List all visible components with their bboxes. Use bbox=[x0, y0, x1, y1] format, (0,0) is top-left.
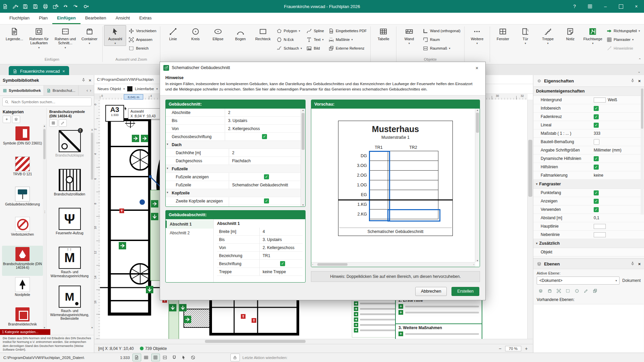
tabelle-button[interactable]: Tabelle bbox=[372, 25, 394, 42]
layer-list[interactable] bbox=[534, 304, 644, 353]
preview-horizontal-scrollbar[interactable]: ‹› bbox=[311, 262, 475, 267]
tab-scroll-right-icon[interactable]: › bbox=[90, 88, 91, 93]
minimize-button[interactable]: – bbox=[598, 0, 613, 13]
preview-cell-tr1[interactable] bbox=[369, 209, 388, 219]
building-property-row[interactable]: Fußzeile Schematischer Gebäudeschnitt bbox=[166, 181, 301, 189]
wand-button[interactable]: Wand▾ bbox=[398, 25, 420, 46]
preview-cell-tr1[interactable] bbox=[369, 170, 388, 180]
category-item[interactable]: Symbole (DIN ISO 23601) bbox=[2, 125, 43, 155]
property-value[interactable]: Schematischer Gebäudeschnitt bbox=[232, 183, 288, 187]
close-panel-icon[interactable]: × bbox=[638, 78, 641, 83]
preview-cell-tr2[interactable] bbox=[388, 199, 438, 209]
property-row[interactable]: Lineal ✓ bbox=[533, 121, 644, 129]
property-value[interactable]: keine bbox=[594, 173, 603, 178]
property-row[interactable]: Fadenkreuz ✓ bbox=[533, 113, 644, 121]
checkbox-checked[interactable]: ✓ bbox=[280, 261, 285, 266]
preview-cell-tr1[interactable] bbox=[369, 180, 388, 190]
tuer-button[interactable]: Tür▾ bbox=[514, 25, 536, 46]
page-icon[interactable] bbox=[132, 354, 141, 361]
preview-cell-tr2[interactable] bbox=[388, 190, 438, 200]
statusbar-scale[interactable]: 1:333 bbox=[120, 356, 130, 360]
snap-grid-icon[interactable] bbox=[161, 354, 169, 361]
neck-button[interactable]: N-Eck bbox=[274, 35, 304, 44]
schlauch-button[interactable]: Schlauch▾ bbox=[274, 44, 304, 53]
checkbox-checked[interactable]: ✓ bbox=[264, 174, 269, 179]
building-box-scrollbar[interactable]: ▲▼ bbox=[301, 109, 305, 206]
category-item[interactable]: TRVB O 121 bbox=[2, 155, 43, 185]
property-row[interactable]: Hintergrund Weiß bbox=[533, 96, 644, 104]
category-item[interactable]: Brandmeldetechnik bbox=[2, 306, 43, 329]
save-icon[interactable] bbox=[20, 2, 30, 11]
preview-page[interactable]: Musterhaus Musterstraße 1 TR1 TR2 bbox=[338, 121, 453, 236]
property-row[interactable]: Hilfslinien ✓ bbox=[533, 163, 644, 171]
property-row[interactable]: Anzeigen ✓ bbox=[533, 197, 644, 205]
property-row[interactable]: Maßstab ( 1 : ... ) 333 bbox=[533, 129, 644, 138]
ellipse-button[interactable]: Ellipse bbox=[207, 25, 229, 42]
undo-icon[interactable]: ↶▾ bbox=[61, 2, 70, 11]
checkbox-checked[interactable]: ✓ bbox=[264, 198, 269, 203]
color-swatch[interactable] bbox=[594, 98, 606, 103]
preview-cell-tr1[interactable] bbox=[369, 161, 388, 171]
property-value[interactable]: 2 bbox=[232, 150, 234, 155]
close-panel-icon[interactable]: × bbox=[638, 261, 641, 266]
search-input[interactable] bbox=[11, 100, 89, 104]
checkbox-checked[interactable]: ✓ bbox=[594, 199, 599, 204]
visibility-icon[interactable] bbox=[573, 287, 581, 295]
checkbox-checked[interactable]: ✓ bbox=[594, 165, 599, 170]
bild-button[interactable]: Bild bbox=[304, 44, 326, 53]
pointer-snap-icon[interactable] bbox=[179, 354, 188, 361]
property-row[interactable]: Objekt bbox=[533, 248, 644, 256]
property-row[interactable]: Hauptlinie bbox=[533, 222, 644, 231]
menu-item[interactable]: Extras bbox=[135, 13, 156, 24]
category-scrollbar[interactable]: ▲▼ bbox=[43, 124, 46, 329]
checkbox-checked[interactable]: ✓ bbox=[594, 207, 599, 212]
chevron-down-icon[interactable]: ▾ bbox=[167, 167, 168, 170]
property-value[interactable]: Millimeter (mm) bbox=[594, 148, 622, 153]
preview-cell-tr2[interactable] bbox=[388, 151, 438, 161]
wand-orthogonal-button[interactable]: Wand (orthogonal) bbox=[421, 26, 463, 35]
category-item[interactable]: Verbotszeichen bbox=[2, 216, 43, 246]
dialog-close-button[interactable]: × bbox=[472, 63, 482, 72]
preview-vertical-scrollbar[interactable]: ▲▼ bbox=[475, 109, 480, 262]
tab-symbolbibliothek[interactable]: Symbolbibliothek bbox=[0, 85, 44, 96]
create-button[interactable]: Erstellen bbox=[451, 287, 479, 296]
checkbox-checked[interactable]: ✓ bbox=[262, 134, 267, 139]
checkbox-checked[interactable]: ✓ bbox=[594, 190, 599, 195]
property-row[interactable]: Angabe Schriftgrößen Millimeter (mm) bbox=[533, 146, 644, 155]
building-property-row[interactable]: Dachgeschoss Flachdach bbox=[166, 157, 301, 165]
grid-icon[interactable] bbox=[151, 354, 160, 361]
add-category-icon[interactable]: + bbox=[3, 116, 11, 123]
canvas-horizontal-scrollbar[interactable] bbox=[94, 339, 533, 344]
checkbox-checked[interactable]: ✓ bbox=[594, 106, 599, 111]
building-property-row[interactable]: Geschossbeschriftung ✓ bbox=[166, 133, 301, 141]
section-property-row[interactable]: Breite [m] 4 bbox=[217, 228, 303, 236]
property-row[interactable]: Nebenlinie bbox=[533, 231, 644, 239]
pin-icon[interactable] bbox=[630, 78, 635, 83]
raummass-button[interactable]: Raummaß▾ bbox=[421, 44, 463, 53]
section-property-row[interactable]: Treppe keine Treppe bbox=[217, 268, 303, 276]
export-icon[interactable]: ▾ bbox=[51, 2, 60, 11]
add-layer-icon[interactable] bbox=[546, 287, 554, 295]
section-list-item[interactable]: Abschnitt 1 bbox=[166, 220, 213, 229]
new-object-label[interactable]: Neues Objekt bbox=[98, 87, 121, 91]
hidden-category-banner[interactable]: 1 Kategorie ausgeblen... bbox=[0, 329, 50, 335]
building-property-row[interactable]: Von 2. Kellergeschoss bbox=[166, 125, 301, 133]
symbol-item[interactable]: Feuerwehr-Aufzug bbox=[49, 206, 91, 245]
building-property-row[interactable]: ▾ Fußzeile bbox=[166, 165, 301, 173]
library-manage-icon[interactable] bbox=[12, 116, 20, 123]
layers-icon[interactable] bbox=[537, 287, 545, 295]
property-row[interactable]: Infobereich ✓ bbox=[533, 104, 644, 113]
edit-layer-icon[interactable] bbox=[582, 287, 590, 295]
zoom-in-button[interactable]: + bbox=[524, 346, 529, 351]
section-fangraster[interactable]: ▾Fangraster bbox=[533, 180, 644, 189]
building-property-row[interactable]: Abschnitte 2 bbox=[166, 109, 301, 117]
grid-window-icon[interactable] bbox=[582, 0, 598, 13]
checkbox-unchecked[interactable] bbox=[594, 139, 599, 145]
rechteck-button[interactable]: Rechteck bbox=[252, 25, 274, 42]
disable-snap-icon[interactable] bbox=[189, 354, 198, 361]
category-item[interactable]: Brandschutzsymbole (DIN 14034-6) bbox=[2, 246, 43, 276]
preview-cell-tr2[interactable] bbox=[388, 170, 438, 180]
line-color-swatch[interactable] bbox=[127, 86, 132, 92]
building-property-row[interactable]: Fußzeile anzeigen ✓ bbox=[166, 173, 301, 181]
property-value[interactable]: 333 bbox=[594, 131, 600, 136]
